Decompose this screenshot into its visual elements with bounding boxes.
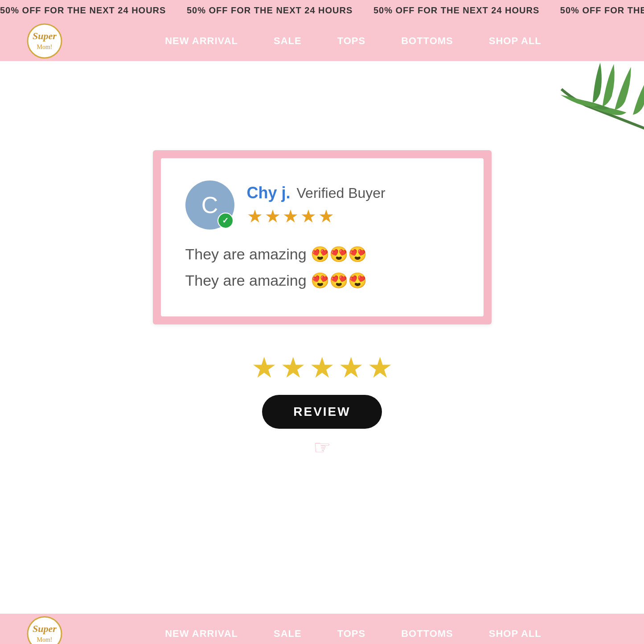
announcement-text: 50% OFF FOR THE NEXT 24 HOURS 50% OFF FO…: [0, 5, 644, 16]
reviewer-header: C Chy j. Verified Buyer ★ ★ ★ ★: [185, 180, 459, 230]
bottom-review-section: ★ ★ ★ ★ ★ REVIEW ☞: [251, 324, 393, 459]
main-content: C Chy j. Verified Buyer ★ ★ ★ ★: [0, 61, 644, 596]
avatar-wrapper: C: [185, 180, 234, 230]
bottom-nav-link-tops[interactable]: TOPS: [337, 628, 366, 639]
nav-item-shop-all[interactable]: SHOP ALL: [489, 35, 541, 47]
reviewer-tag: Verified Buyer: [297, 185, 386, 201]
bottom-logo[interactable]: Super Mom!: [27, 616, 62, 644]
bottom-nav: Super Mom! NEW ARRIVAL SALE TOPS BOTTOMS…: [0, 614, 644, 644]
big-star-2: ★: [280, 351, 306, 384]
bottom-nav-link-new-arrival[interactable]: NEW ARRIVAL: [165, 628, 238, 639]
star-5: ★: [318, 206, 334, 226]
big-star-1: ★: [251, 351, 277, 384]
verified-badge: [217, 213, 234, 229]
big-star-4: ★: [338, 351, 364, 384]
bottom-nav-item-bottoms[interactable]: BOTTOMS: [401, 628, 453, 640]
big-star-3: ★: [309, 351, 335, 384]
nav-item-sale[interactable]: SALE: [274, 35, 302, 47]
bottom-nav-item-tops[interactable]: TOPS: [337, 628, 366, 640]
nav-link-sale[interactable]: SALE: [274, 35, 302, 46]
nav-item-new-arrival[interactable]: NEW ARRIVAL: [165, 35, 238, 47]
nav-link-new-arrival[interactable]: NEW ARRIVAL: [165, 35, 238, 46]
nav-links: NEW ARRIVAL SALE TOPS BOTTOMS SHOP ALL: [89, 35, 617, 47]
nav-link-shop-all[interactable]: SHOP ALL: [489, 35, 541, 46]
bottom-nav-link-shop-all[interactable]: SHOP ALL: [489, 628, 541, 639]
bottom-nav-item-shop-all[interactable]: SHOP ALL: [489, 628, 541, 640]
big-stars-row: ★ ★ ★ ★ ★: [251, 351, 393, 384]
bottom-nav-item-new-arrival[interactable]: NEW ARRIVAL: [165, 628, 238, 640]
svg-text:Mom!: Mom!: [37, 44, 53, 50]
svg-text:Super: Super: [33, 30, 57, 41]
nav-item-tops[interactable]: TOPS: [337, 35, 366, 47]
nav-item-bottoms[interactable]: BOTTOMS: [401, 35, 453, 47]
bottom-nav-link-sale[interactable]: SALE: [274, 628, 302, 639]
bottom-nav-link-bottoms[interactable]: BOTTOMS: [401, 628, 453, 639]
reviewer-name: Chy j.: [247, 184, 291, 202]
cursor-icon: ☞: [313, 436, 331, 459]
announcement-bar: 50% OFF FOR THE NEXT 24 HOURS 50% OFF FO…: [0, 0, 644, 21]
bottom-nav-links: NEW ARRIVAL SALE TOPS BOTTOMS SHOP ALL: [89, 628, 617, 640]
star-4: ★: [300, 206, 316, 226]
reviewer-info: Chy j. Verified Buyer ★ ★ ★ ★ ★: [247, 184, 386, 226]
review-text-line1: They are amazing 😍😍😍: [185, 243, 459, 266]
star-1: ★: [247, 206, 263, 226]
big-star-5: ★: [367, 351, 393, 384]
star-2: ★: [265, 206, 281, 226]
reviewer-name-row: Chy j. Verified Buyer: [247, 184, 386, 202]
review-card-inner: C Chy j. Verified Buyer ★ ★ ★ ★: [161, 158, 484, 316]
logo[interactable]: Super Mom!: [27, 23, 62, 59]
palm-decoration: [492, 61, 644, 177]
top-nav: Super Mom! NEW ARRIVAL SALE TOPS BOTTOMS…: [0, 21, 644, 61]
review-button[interactable]: REVIEW: [262, 395, 381, 429]
nav-link-bottoms[interactable]: BOTTOMS: [401, 35, 453, 46]
svg-text:Mom!: Mom!: [37, 636, 53, 643]
bottom-nav-item-sale[interactable]: SALE: [274, 628, 302, 640]
review-text-line2: They are amazing 😍😍😍: [185, 269, 459, 292]
review-card-outer: C Chy j. Verified Buyer ★ ★ ★ ★: [153, 150, 492, 324]
star-3: ★: [283, 206, 299, 226]
stars-row: ★ ★ ★ ★ ★: [247, 206, 386, 226]
nav-link-tops[interactable]: TOPS: [337, 35, 366, 46]
svg-text:Super: Super: [33, 623, 57, 634]
